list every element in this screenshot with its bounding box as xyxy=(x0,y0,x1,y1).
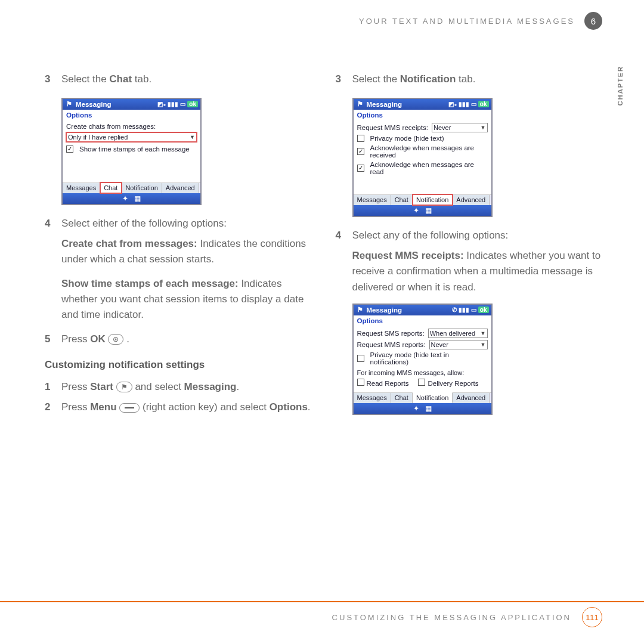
checkbox-unchecked-icon xyxy=(357,355,364,362)
soft-key-icon: ✦ xyxy=(413,206,419,215)
page-header: YOUR TEXT AND MULTIMEDIA MESSAGES 6 xyxy=(359,12,602,30)
step-number: 4 xyxy=(336,230,346,242)
soft-key-icon: ✦ xyxy=(413,404,419,413)
checkbox-unchecked-icon xyxy=(357,379,364,386)
page-number: 111 xyxy=(582,607,602,627)
screenshot-notification-options-1: ⚑ Messaging ◩₊ ▮▮▮ ▭ ok Options Request … xyxy=(352,98,493,217)
mini-title: Messaging xyxy=(367,101,402,108)
select-request-mms[interactable]: Never▼ xyxy=(429,340,488,349)
section-title: YOUR TEXT AND MULTIMEDIA MESSAGES xyxy=(359,17,575,26)
chevron-down-icon: ▼ xyxy=(190,133,195,141)
chapter-label-vertical: CHAPTER xyxy=(617,66,624,106)
checkbox-show-timestamps-row[interactable]: ✓ Show time stamps of each message xyxy=(66,145,197,153)
screenshot-chat-options: ⚑ Messaging ◩₊ ▮▮▮ ▭ ok Options Create c… xyxy=(61,98,202,205)
ok-key-icon: ⊛ xyxy=(108,334,123,345)
step-5-left: 5 Press OK ⊛ . xyxy=(45,332,312,347)
option-create-chat: Create chat from messages: Indicates the… xyxy=(61,236,312,268)
step-number: 4 xyxy=(45,218,55,230)
step-text: Select the Chat tab. xyxy=(61,72,151,87)
checkbox-privacy-mode-row[interactable]: Privacy mode (hide text) xyxy=(357,135,488,142)
tab-messages[interactable]: Messages xyxy=(63,183,100,193)
tab-chat[interactable]: Chat xyxy=(100,182,122,193)
mini-softkey-bar: ✦ ▦ xyxy=(354,205,491,216)
label-request-sms: Request SMS reports: xyxy=(357,330,425,337)
step-4-right: 4 Select any of the following options: xyxy=(336,228,603,243)
mini-subtitle: Options xyxy=(63,110,200,120)
select-request-mms[interactable]: Never▼ xyxy=(432,123,487,132)
mini-titlebar: ⚑ Messaging ◩₊ ▮▮▮ ▭ ok xyxy=(354,99,491,110)
mini-tabs: Messages Chat Notification Advanced xyxy=(354,392,491,403)
tab-advanced[interactable]: Advanced xyxy=(453,195,490,205)
option-request-mms-receipts: Request MMS receipts: Indicates whether … xyxy=(352,248,603,295)
mini-title: Messaging xyxy=(367,306,402,314)
sound-icon: ◩₊ xyxy=(157,101,166,107)
tab-notification[interactable]: Notification xyxy=(122,183,162,193)
checkbox-checked-icon: ✓ xyxy=(66,145,73,153)
chevron-down-icon: ▼ xyxy=(481,329,486,338)
sip-icon: ▦ xyxy=(134,194,141,203)
footer-title: CUSTOMIZING THE MESSAGING APPLICATION xyxy=(332,613,571,622)
tab-messages[interactable]: Messages xyxy=(354,393,391,403)
step-number: 5 xyxy=(45,333,55,345)
tab-messages[interactable]: Messages xyxy=(354,195,391,205)
mini-subtitle: Options xyxy=(354,110,491,120)
step-text: Select any of the following options: xyxy=(352,228,509,243)
tab-advanced[interactable]: Advanced xyxy=(453,393,490,403)
step-text: Press OK ⊛ . xyxy=(61,332,129,347)
tab-advanced[interactable]: Advanced xyxy=(162,183,199,193)
signal-icon: ▮▮▮ xyxy=(459,306,469,313)
option-show-timestamps: Show time stamps of each message: Indica… xyxy=(61,276,312,323)
battery-icon: ▭ xyxy=(180,101,185,107)
page-footer: CUSTOMIZING THE MESSAGING APPLICATION 11… xyxy=(0,601,644,627)
select-create-chats[interactable]: Only if I have replied▼ xyxy=(66,132,197,142)
signal-icon: ▮▮▮ xyxy=(168,101,178,107)
checkbox-read-reports-row[interactable]: Read Reports xyxy=(357,379,409,387)
subheading-customizing-notification: Customizing notification settings xyxy=(45,359,312,371)
chevron-down-icon: ▼ xyxy=(481,340,486,349)
step-number: 2 xyxy=(45,401,55,413)
sip-icon: ▦ xyxy=(425,206,432,215)
checkbox-checked-icon: ✓ xyxy=(357,148,364,155)
checkbox-ack-read-row[interactable]: ✓ Acknowledge when messages are read xyxy=(357,161,488,175)
label-incoming-mms-allow: For incoming MMS messages, allow: xyxy=(357,369,488,376)
substep-2: 2 Press Menu (right action key) and sele… xyxy=(45,400,312,415)
step-text: Press Menu (right action key) and select… xyxy=(61,400,311,415)
chapter-badge: 6 xyxy=(584,12,602,30)
mini-subtitle: Options xyxy=(354,315,491,326)
checkbox-checked-icon: ✓ xyxy=(357,165,364,172)
ok-indicator: ok xyxy=(478,306,489,313)
mini-titlebar: ⚑ Messaging ✆ ▮▮▮ ▭ ok xyxy=(354,305,491,315)
start-key-icon: ⚑ xyxy=(116,382,132,392)
left-column: 3 Select the Chat tab. ⚑ Messaging ◩₊ ▮▮… xyxy=(45,18,312,426)
tab-notification[interactable]: Notification xyxy=(413,392,453,403)
substep-1: 1 Press Start ⚑ and select Messaging. xyxy=(45,379,312,395)
ok-indicator: ok xyxy=(478,101,489,107)
right-column: 3 Select the Notification tab. ⚑ Messagi… xyxy=(336,18,603,426)
call-icon: ✆ xyxy=(452,306,457,313)
step-number: 3 xyxy=(336,73,346,85)
start-flag-icon: ⚑ xyxy=(356,100,364,109)
step-number: 3 xyxy=(45,73,55,85)
checkbox-delivery-reports-row[interactable]: Delivery Reports xyxy=(418,379,478,387)
step-4-left: 4 Select either of the following options… xyxy=(45,216,312,231)
select-request-sms[interactable]: When delivered▼ xyxy=(428,329,488,338)
mini-titlebar: ⚑ Messaging ◩₊ ▮▮▮ ▭ ok xyxy=(63,99,200,110)
checkbox-ack-received-row[interactable]: ✓ Acknowledge when messages are received xyxy=(357,144,488,159)
soft-key-icon: ✦ xyxy=(122,194,128,203)
ok-indicator: ok xyxy=(187,101,198,107)
tab-chat[interactable]: Chat xyxy=(391,195,413,205)
step-text: Select either of the following options: xyxy=(61,216,227,231)
mini-softkey-bar: ✦ ▦ xyxy=(63,193,200,204)
checkbox-unchecked-icon xyxy=(418,379,425,386)
label-request-mms: Request MMS receipts: xyxy=(357,124,429,131)
mini-tabs: Messages Chat Notification Advanced xyxy=(354,194,491,205)
start-flag-icon: ⚑ xyxy=(65,100,73,109)
step-text: Select the Notification tab. xyxy=(352,72,476,87)
screenshot-notification-options-2: ⚑ Messaging ✆ ▮▮▮ ▭ ok Options Request S… xyxy=(352,304,493,415)
checkbox-privacy-notif-row[interactable]: Privacy mode (hide text in notifications… xyxy=(357,351,488,366)
sip-icon: ▦ xyxy=(425,404,432,413)
tab-chat[interactable]: Chat xyxy=(391,393,413,403)
start-flag-icon: ⚑ xyxy=(356,306,364,314)
step-3-right: 3 Select the Notification tab. xyxy=(336,72,603,87)
tab-notification[interactable]: Notification xyxy=(413,194,453,205)
